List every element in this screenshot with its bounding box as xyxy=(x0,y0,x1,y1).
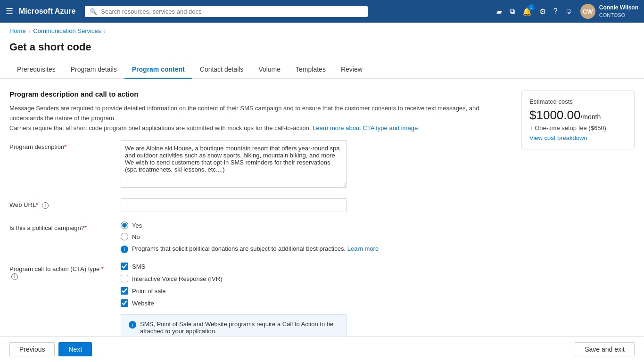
breadcrumb-home[interactable]: Home xyxy=(9,27,26,34)
political-no-option[interactable]: No xyxy=(121,233,510,240)
cta-ivr-option[interactable]: Interactive Voice Response (IVR) xyxy=(121,275,510,282)
tab-program-content[interactable]: Program content xyxy=(124,61,192,79)
main-form: Program description and call to action M… xyxy=(9,90,510,350)
cta-alert-icon: i xyxy=(129,321,136,329)
user-org: CONTOSO xyxy=(599,12,638,18)
cta-pos-option[interactable]: Point of sale xyxy=(121,287,510,295)
cta-checkbox-group: SMS Interactive Voice Response (IVR) Poi… xyxy=(121,263,510,307)
cta-sms-option[interactable]: SMS xyxy=(121,263,510,270)
breadcrumb-sep-1: › xyxy=(29,28,31,34)
cta-pos-label: Point of sale xyxy=(132,288,166,295)
estimated-costs-title: Estimated costs xyxy=(529,98,627,105)
program-description-row: Program description* We are Alpine ski H… xyxy=(9,140,510,189)
political-no-radio[interactable] xyxy=(121,233,128,240)
cta-website-checkbox[interactable] xyxy=(121,299,128,307)
help-icon[interactable]: ? xyxy=(553,7,558,16)
search-input[interactable] xyxy=(101,8,363,15)
cta-learn-more-link[interactable]: Learn more about CTA type and image. xyxy=(313,124,420,132)
cta-type-row: Program call to action (CTA) type * i SM… xyxy=(9,263,510,341)
search-icon: 🔍 xyxy=(90,8,97,15)
political-yes-label: Yes xyxy=(132,222,142,229)
tab-contact-details[interactable]: Contact details xyxy=(192,61,251,79)
web-url-label: Web URL* i xyxy=(9,198,113,209)
program-description-control: We are Alpine ski House, a boutique moun… xyxy=(121,140,510,189)
page-title: Get a short code xyxy=(0,39,644,61)
cta-ivr-checkbox[interactable] xyxy=(121,275,128,282)
view-cost-breakdown-link[interactable]: View cost breakdown xyxy=(529,134,627,141)
estimated-costs-setup: + One-time setup fee ($650) xyxy=(529,124,627,132)
previous-button[interactable]: Previous xyxy=(9,342,55,356)
sidebar: Estimated costs $1000.00/month + One-tim… xyxy=(521,90,635,350)
section-desc-text2: Carriers require that all short code pro… xyxy=(9,124,311,132)
notification-badge: 1 xyxy=(528,4,535,11)
cta-website-label: Website xyxy=(132,300,154,307)
political-campaign-row: Is this a political campaign?* Yes No i xyxy=(9,222,510,253)
nav-icons: ▰ ⧉ 🔔 1 ⚙ ? ☺ CW Connie Wilson CONTOSO xyxy=(496,4,638,19)
cta-sms-label: SMS xyxy=(132,263,145,270)
breadcrumb-section[interactable]: Communication Services xyxy=(33,27,101,34)
estimated-costs-box: Estimated costs $1000.00/month + One-tim… xyxy=(521,90,635,149)
cta-pos-checkbox[interactable] xyxy=(121,287,128,295)
political-info-box: i Programs that solicit political donati… xyxy=(121,245,510,253)
political-radio-group: Yes No xyxy=(121,222,510,240)
content-area: Program description and call to action M… xyxy=(0,79,644,362)
cta-sms-checkbox[interactable] xyxy=(121,263,128,270)
estimated-costs-amount: $1000.00/month xyxy=(529,108,627,123)
required-mark-cta: * xyxy=(101,265,104,272)
section-desc: Message Senders are required to provide … xyxy=(9,104,510,133)
section-desc-text1: Message Senders are required to provide … xyxy=(9,105,479,122)
settings-icon[interactable]: ⚙ xyxy=(539,7,546,16)
political-yes-radio[interactable] xyxy=(121,222,128,229)
political-campaign-label: Is this a political campaign?* xyxy=(9,222,113,231)
political-info-text: Programs that solicit political donation… xyxy=(132,245,379,252)
political-campaign-control: Yes No i Programs that solicit political… xyxy=(121,222,510,253)
top-navigation: ☰ Microsoft Azure 🔍 ▰ ⧉ 🔔 1 ⚙ ? ☺ CW Con… xyxy=(0,0,644,23)
notification-icon[interactable]: 🔔 1 xyxy=(522,7,532,16)
user-name: Connie Wilson xyxy=(599,4,638,12)
brand-logo: Microsoft Azure xyxy=(19,7,75,16)
avatar: CW xyxy=(580,4,595,19)
required-mark-pol: * xyxy=(84,224,87,231)
feedback-icon[interactable]: ☺ xyxy=(565,7,572,16)
required-mark-url: * xyxy=(36,201,38,208)
cta-type-control: SMS Interactive Voice Response (IVR) Poi… xyxy=(121,263,510,341)
web-url-info-icon[interactable]: i xyxy=(42,202,49,209)
cta-type-info-icon[interactable]: i xyxy=(11,273,18,280)
cta-alert-text: SMS, Point of Sale and Website programs … xyxy=(140,321,339,335)
next-button[interactable]: Next xyxy=(58,342,92,356)
tab-prerequisites[interactable]: Prerequisites xyxy=(9,61,63,79)
footer-right: Save and exit xyxy=(575,342,635,356)
web-url-row: Web URL* i http://www.alpineskihouse.com… xyxy=(9,198,510,212)
program-description-input[interactable]: We are Alpine ski House, a boutique moun… xyxy=(121,140,347,188)
user-menu[interactable]: CW Connie Wilson CONTOSO xyxy=(580,4,638,19)
breadcrumb-sep-2: › xyxy=(104,28,106,34)
web-url-control: http://www.alpineskihouse.com/reminders/ xyxy=(121,198,510,212)
section-heading: Program description and call to action xyxy=(9,90,510,98)
program-description-label: Program description* xyxy=(9,140,113,150)
political-no-label: No xyxy=(132,233,140,240)
portal-icon[interactable]: ⧉ xyxy=(510,7,515,16)
tab-program-details[interactable]: Program details xyxy=(63,61,124,79)
cloud-shell-icon[interactable]: ▰ xyxy=(496,7,502,16)
political-yes-option[interactable]: Yes xyxy=(121,222,510,229)
web-url-input[interactable]: http://www.alpineskihouse.com/reminders/ xyxy=(121,198,347,212)
cta-type-label: Program call to action (CTA) type * i xyxy=(9,263,113,280)
political-learn-more-link[interactable]: Learn more xyxy=(347,245,379,252)
required-mark: * xyxy=(64,143,66,150)
hamburger-menu[interactable]: ☰ xyxy=(6,6,13,16)
search-box[interactable]: 🔍 xyxy=(85,6,368,17)
footer-left: Previous Next xyxy=(9,342,92,356)
footer: Previous Next Save and exit xyxy=(0,336,644,362)
political-info-icon: i xyxy=(121,246,128,253)
cta-website-option[interactable]: Website xyxy=(121,299,510,307)
save-exit-button[interactable]: Save and exit xyxy=(575,342,635,356)
tab-bar: Prerequisites Program details Program co… xyxy=(0,61,644,79)
cta-ivr-label: Interactive Voice Response (IVR) xyxy=(132,275,222,282)
tab-review[interactable]: Review xyxy=(333,61,370,79)
tab-volume[interactable]: Volume xyxy=(251,61,288,79)
tab-templates[interactable]: Templates xyxy=(288,61,333,79)
breadcrumb: Home › Communication Services › xyxy=(0,23,644,39)
